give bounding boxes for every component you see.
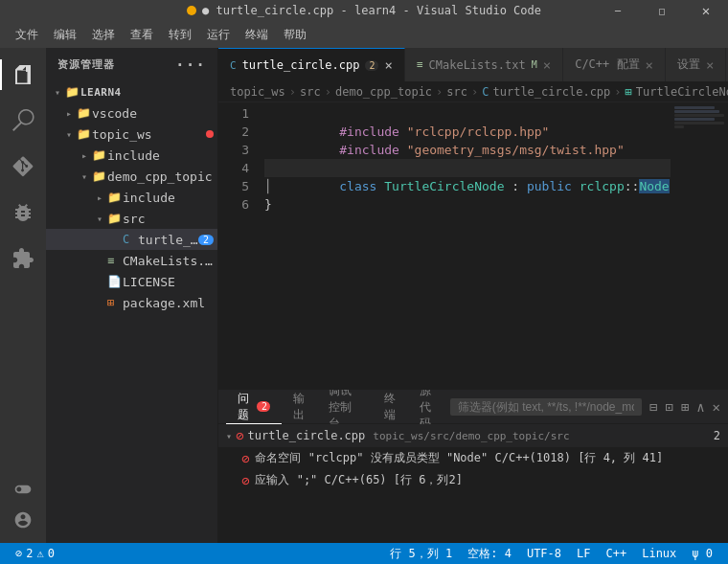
problems-badge: 2 xyxy=(257,401,270,412)
breadcrumb-item-class[interactable]: ⊞ xyxy=(626,85,632,99)
breadcrumb-item[interactable]: TurtleCircleNode xyxy=(636,85,728,99)
folder-icon: 📁 xyxy=(77,106,92,120)
tab-cpp-config[interactable]: C/C++ 配置 × xyxy=(563,48,666,81)
tree-item-vscode[interactable]: ▸ 📁 vscode xyxy=(46,102,217,124)
window-controls: ─ □ ✕ xyxy=(596,0,728,21)
menu-run[interactable]: 运行 xyxy=(199,25,238,45)
error-count-icon: ⊘ xyxy=(15,547,22,560)
tree-item-src[interactable]: ▾ 📁 src xyxy=(46,208,217,229)
tab-turtle-circle[interactable]: C turtle_circle.cpp 2 × xyxy=(218,48,405,81)
warning-count: 0 xyxy=(48,547,55,560)
code-editor[interactable]: 1 2 3 4 5 6 #include "rclcpp/rclcpp.hpp"… xyxy=(218,102,728,390)
collapse-icon[interactable]: ⊞ xyxy=(681,399,689,415)
close-button[interactable]: ✕ xyxy=(684,0,728,21)
menu-goto[interactable]: 转到 xyxy=(161,25,199,45)
minimize-button[interactable]: ─ xyxy=(596,0,640,21)
tree-item-label: LEARN4 xyxy=(80,86,217,99)
tab-close-icon[interactable]: × xyxy=(384,57,392,73)
panel-controls: ⊟ ⊡ ⊞ ∧ ✕ xyxy=(450,398,720,416)
maximize-button[interactable]: □ xyxy=(640,0,684,21)
status-language[interactable]: C++ xyxy=(599,543,635,564)
code-content[interactable]: #include "rclcpp/rclcpp.hpp" #include "g… xyxy=(257,102,671,390)
menu-edit[interactable]: 编辑 xyxy=(46,25,84,45)
tab-label: turtle_circle.cpp xyxy=(242,58,360,72)
tree-item-turtle-circle[interactable]: C turtle_circle.cpp 2 xyxy=(46,229,217,250)
status-errors[interactable]: ⊘ 2 ⚠ 0 xyxy=(8,543,62,564)
problem-count: 2 xyxy=(714,429,720,442)
chevron-up-icon[interactable]: ∧ xyxy=(696,399,704,415)
menu-select[interactable]: 选择 xyxy=(84,25,123,45)
activity-git[interactable] xyxy=(0,144,46,190)
status-line-label: 行 5，列 1 xyxy=(390,546,452,562)
clear-icon[interactable]: ⊡ xyxy=(665,399,672,415)
activity-extensions[interactable] xyxy=(0,236,46,282)
sidebar-more[interactable]: ··· xyxy=(175,56,206,74)
menu-view[interactable]: 查看 xyxy=(123,25,161,45)
problem-text: 应输入 ";" C/C++(65) [行 6，列2] xyxy=(255,472,720,488)
tab-close-icon[interactable]: × xyxy=(706,57,714,73)
breadcrumb-item[interactable]: turtle_circle.cpp xyxy=(493,85,611,99)
tab-label: CMakeLists.txt xyxy=(429,58,526,72)
sidebar-title: 资源管理器 xyxy=(57,57,115,72)
activity-explorer[interactable] xyxy=(0,52,46,98)
panel-tab-bar: 问题 2 输出 调试控制台 终端 源代码 ⊟ ⊡ xyxy=(218,391,728,424)
titlebar: ● turtle_circle.cpp - learn4 - Visual St… xyxy=(0,0,728,21)
code-line-1: #include "rclcpp/rclcpp.hpp" xyxy=(264,104,671,123)
tree-item-include3[interactable]: ▸ 📁 include xyxy=(46,187,217,208)
tree-item-package-xml[interactable]: ⊞ package.xml xyxy=(46,292,217,313)
tab-label: C/C++ 配置 xyxy=(575,56,639,73)
status-encoding[interactable]: UTF-8 xyxy=(519,543,569,564)
dot-red xyxy=(206,130,214,138)
panel-tab-debug[interactable]: 调试控制台 xyxy=(317,391,372,424)
breadcrumb-item[interactable]: topic_ws xyxy=(230,85,285,99)
tree-item-label: CMakeLists.txt xyxy=(123,254,217,268)
status-eol[interactable]: LF xyxy=(569,543,598,564)
chevron-down-icon: ▾ xyxy=(50,87,65,98)
breadcrumb-item-cpp[interactable]: C xyxy=(482,85,489,99)
tree-item-include2[interactable]: ▸ 📁 include xyxy=(46,145,217,166)
problem-file: turtle_circle.cpp xyxy=(247,429,365,442)
tree-item-demo-cpp-topic[interactable]: ▾ 📁 demo_cpp_topic xyxy=(46,166,217,187)
tree-item-cmakelists[interactable]: ≡ CMakeLists.txt xyxy=(46,250,217,271)
menu-terminal[interactable]: 终端 xyxy=(238,25,276,45)
activity-bar xyxy=(0,48,46,543)
filter-icon[interactable]: ⊟ xyxy=(649,399,657,415)
problem-item-1[interactable]: ⊘ 命名空间 "rclcpp" 没有成员类型 "Node" C/C++(1018… xyxy=(218,447,728,469)
tab-close-icon[interactable]: × xyxy=(543,57,551,73)
panel-filter-input[interactable] xyxy=(450,398,642,416)
status-spaces[interactable]: 空格: 4 xyxy=(460,543,519,564)
status-line[interactable]: 行 5，列 1 xyxy=(382,543,460,564)
menu-file[interactable]: 文件 xyxy=(8,25,46,45)
panel-tab-label: 终端 xyxy=(384,391,397,423)
panel-tab-problems[interactable]: 问题 2 xyxy=(226,391,282,424)
warning-count-icon: ⚠ xyxy=(36,547,43,560)
tree-item-learn4[interactable]: ▾ 📁 LEARN4 xyxy=(46,81,217,102)
status-branch[interactable]: ψ 0 xyxy=(684,543,720,564)
problem-item-2[interactable]: ⊘ 应输入 ";" C/C++(65) [行 6，列2] xyxy=(218,469,728,491)
tree-item-license[interactable]: 📄 LICENSE xyxy=(46,271,217,292)
xml-file-icon: ⊞ xyxy=(107,296,123,309)
breadcrumb-item[interactable]: demo_cpp_topic xyxy=(335,85,432,99)
breadcrumb-sep: › xyxy=(289,85,296,99)
panel-tab-terminal[interactable]: 终端 xyxy=(373,391,408,424)
tree-item-label: include xyxy=(123,191,217,205)
status-platform[interactable]: Linux xyxy=(634,543,684,564)
tree-item-topic-ws[interactable]: ▾ 📁 topic_ws xyxy=(46,124,217,145)
problem-group[interactable]: ▾ ⊘ turtle_circle.cpp topic_ws/src/demo_… xyxy=(218,424,728,447)
tab-close-icon[interactable]: × xyxy=(646,57,653,73)
activity-remote[interactable] xyxy=(0,474,46,505)
tab-settings[interactable]: 设置 × xyxy=(666,48,726,81)
error-group-icon: ⊘ xyxy=(236,428,243,443)
activity-debug[interactable] xyxy=(0,190,46,236)
panel-tab-source[interactable]: 源代码 xyxy=(408,391,450,424)
activity-account[interactable] xyxy=(0,505,46,535)
breadcrumb-item[interactable]: src xyxy=(300,85,321,99)
tab-cmakelists[interactable]: ≡ CMakeLists.txt M × xyxy=(405,48,563,81)
window-title: ● turtle_circle.cpp - learn4 - Visual St… xyxy=(202,4,541,17)
panel-tab-output[interactable]: 输出 xyxy=(282,391,317,424)
breadcrumb-item[interactable]: src xyxy=(446,85,467,99)
close-panel-icon[interactable]: ✕ xyxy=(713,399,720,415)
tree-item-label: src xyxy=(123,212,217,226)
activity-search[interactable] xyxy=(0,98,46,144)
menu-help[interactable]: 帮助 xyxy=(276,25,314,45)
